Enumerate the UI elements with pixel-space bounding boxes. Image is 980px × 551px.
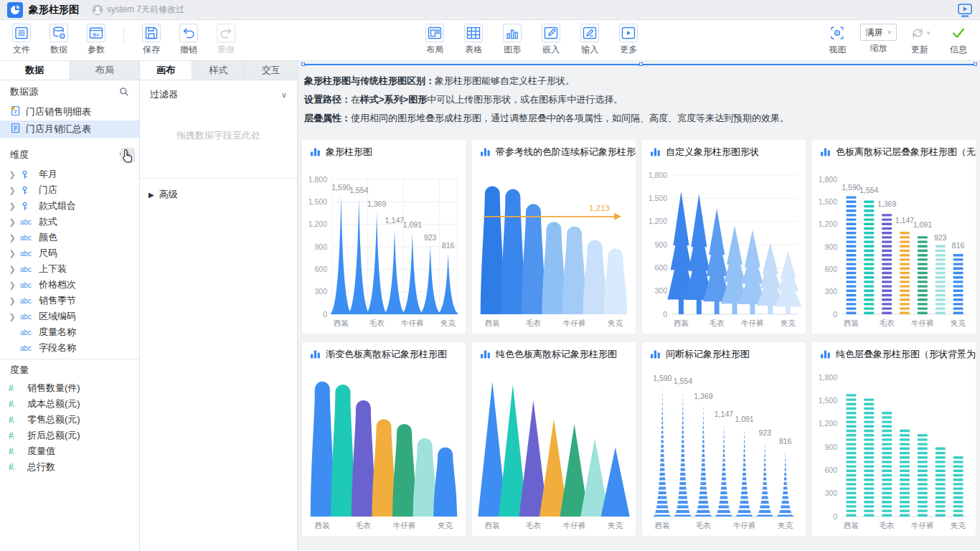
menu-icon: [12, 24, 31, 42]
filter-section-header[interactable]: 过滤器 ∨: [140, 80, 297, 109]
tool-数据[interactable]: 数据: [43, 24, 75, 56]
svg-text:牛仔裤: 牛仔裤: [733, 521, 756, 529]
search-icon[interactable]: [119, 87, 129, 97]
chevron-right-icon[interactable]: ❯: [9, 281, 16, 290]
dimension-name: 款式: [39, 215, 57, 228]
chart-card[interactable]: 带参考线的色阶连续标记象形柱形图1,213西装毛衣牛仔裤夹克: [472, 140, 636, 334]
chart-card[interactable]: 色板离散标记层叠象形柱形图（无形03006009001,2001,5001,80…: [812, 140, 976, 334]
chevron-right-icon[interactable]: ❯: [9, 233, 16, 242]
tool-文件[interactable]: 文件: [6, 24, 37, 56]
datasource-item[interactable]: 门店销售明细表: [0, 103, 139, 121]
dimension-name: 区域编码: [39, 310, 76, 323]
tab-data[interactable]: 数据: [0, 61, 70, 80]
tab-layout[interactable]: 布局: [70, 61, 140, 80]
measure-item[interactable]: #.成本总额(元): [0, 396, 139, 412]
datasource-item[interactable]: 门店月销汇总表: [0, 121, 139, 138]
chart-plot: 西装毛衣牛仔裤夹克: [302, 366, 466, 535]
measure-item[interactable]: #.零售总额(元): [0, 412, 139, 428]
tool-输入[interactable]: 输入: [574, 24, 606, 56]
svg-text:1,590: 1,590: [331, 183, 350, 192]
tab-canvas[interactable]: 画布: [140, 61, 192, 80]
tool-参数[interactable]: X=参数: [80, 24, 112, 56]
bar-chart-icon: [310, 146, 321, 157]
chevron-right-icon[interactable]: ❯: [9, 170, 16, 179]
tool-缩放[interactable]: 满屏∨缩放: [860, 24, 897, 55]
measure-item[interactable]: #.度量值: [0, 443, 139, 459]
svg-text:西装: 西装: [485, 319, 501, 327]
chart-card[interactable]: 渐变色板离散标记象形柱形图西装毛衣牛仔裤夹克: [302, 342, 466, 536]
tool-图形[interactable]: 图形: [496, 24, 528, 56]
tool-重做[interactable]: 重做: [210, 24, 242, 56]
svg-text:0: 0: [833, 310, 837, 319]
svg-text:1,500: 1,500: [308, 197, 327, 206]
advanced-section-header[interactable]: ▶ 高级: [140, 179, 297, 210]
bar-chart-icon: [650, 146, 661, 157]
tool-信息[interactable]: 信息: [943, 24, 974, 56]
dimension-item[interactable]: abc字段名称: [0, 340, 139, 356]
chevron-right-icon[interactable]: ❯: [9, 202, 16, 211]
page-title: 象形柱形图: [29, 4, 79, 17]
svg-text:夹克: 夹克: [781, 319, 796, 327]
tool-布局[interactable]: 布局: [419, 24, 451, 56]
svg-text:600: 600: [654, 263, 667, 272]
embed-icon: [542, 24, 560, 42]
measure-item[interactable]: #.折后总额(元): [0, 428, 139, 443]
chevron-right-icon[interactable]: ❯: [9, 296, 16, 306]
dimension-item[interactable]: ❯abc区域编码: [0, 309, 139, 324]
chart-card[interactable]: 纯色层叠象形柱形图（形状背景为自03006009001,2001,5001,80…: [812, 342, 976, 536]
doc-meta: system 7天前修改过: [92, 4, 184, 16]
chevron-right-icon[interactable]: ❯: [9, 312, 16, 321]
chevron-right-icon[interactable]: ❯: [9, 217, 16, 227]
abc-icon: abc: [20, 265, 34, 273]
zoom-dropdown[interactable]: 满屏∨: [860, 24, 897, 41]
chart-card[interactable]: 纯色色板离散标记象形柱形图西装毛衣牛仔裤夹克: [472, 342, 636, 536]
chevron-down-icon: ∨: [926, 30, 931, 36]
tool-更新[interactable]: ∨更新: [904, 24, 936, 56]
measure-item[interactable]: #.总行数: [0, 459, 139, 475]
tool-视图[interactable]: 视图: [821, 24, 853, 56]
svg-text:1,200: 1,200: [308, 220, 327, 228]
svg-text:1,800: 1,800: [649, 171, 667, 179]
advanced-label: 高级: [159, 188, 178, 201]
dimension-item[interactable]: ❯款式组合: [0, 198, 139, 214]
tab-interaction[interactable]: 交互: [245, 61, 297, 80]
chevron-right-icon[interactable]: ❯: [9, 186, 16, 195]
dimension-item[interactable]: ❯abc颜色: [0, 230, 139, 245]
tool-label: 更多: [620, 44, 637, 56]
tool-label: 参数: [88, 44, 105, 56]
tool-保存[interactable]: 保存: [136, 24, 167, 56]
tool-更多[interactable]: 更多: [613, 24, 644, 56]
chevron-right-icon[interactable]: ❯: [9, 265, 16, 274]
tab-style[interactable]: 样式: [192, 61, 245, 80]
svg-text:夹克: 夹克: [440, 319, 456, 327]
dimension-item[interactable]: ❯abc上下装: [0, 261, 139, 277]
dimension-item[interactable]: ❯abc尺码: [0, 245, 139, 261]
refresh-icon: ∨: [909, 24, 931, 42]
field-drop-zone[interactable]: 拖拽数据字段至此处: [140, 109, 297, 162]
description-text-widget[interactable]: 象形柱形图与传统柱形图区别：象形柱形图能够自定义柱子形状。设置路径：在样式>系列…: [304, 72, 980, 128]
selection-handle[interactable]: [301, 62, 305, 66]
dimension-item[interactable]: ❯abc销售季节: [0, 293, 139, 309]
selection-handle[interactable]: [639, 62, 643, 66]
tool-撤销[interactable]: 撤销: [173, 24, 204, 56]
bar-chart-icon: [820, 146, 831, 157]
preview-icon[interactable]: [957, 2, 973, 18]
tool-表格[interactable]: 表格: [458, 24, 489, 56]
dimension-item[interactable]: abc度量名称: [0, 324, 139, 340]
chart-title: 渐变色板离散标记象形柱形图: [326, 348, 447, 361]
chart-card[interactable]: 象形柱形图03006009001,2001,5001,8001,5901,554…: [302, 140, 466, 334]
dimension-item[interactable]: ❯年月: [0, 166, 139, 182]
tool-嵌入[interactable]: 嵌入: [535, 24, 567, 56]
dimension-item[interactable]: ❯abc款式: [0, 214, 139, 230]
dimension-item[interactable]: ❯门店: [0, 182, 139, 198]
chart-card[interactable]: 间断标记象形柱形图1,5901,5541,3691,1471,091923816…: [642, 342, 806, 536]
chart-card[interactable]: 自定义象形柱形图形状03006009001,2001,5001,800西装毛衣牛…: [642, 140, 806, 334]
chevron-right-icon[interactable]: ❯: [9, 249, 16, 258]
measure-item[interactable]: #销售数量(件): [0, 380, 139, 396]
redo-icon: [217, 24, 235, 42]
dimension-item[interactable]: ❯abc价格档次: [0, 277, 139, 293]
dashboard-canvas[interactable]: 象形柱形图与传统柱形图区别：象形柱形图能够自定义柱子形状。设置路径：在样式>系列…: [298, 61, 980, 550]
selection-handle[interactable]: [974, 62, 977, 66]
svg-text:1,147: 1,147: [895, 216, 914, 225]
svg-text:牛仔裤: 牛仔裤: [911, 319, 934, 327]
